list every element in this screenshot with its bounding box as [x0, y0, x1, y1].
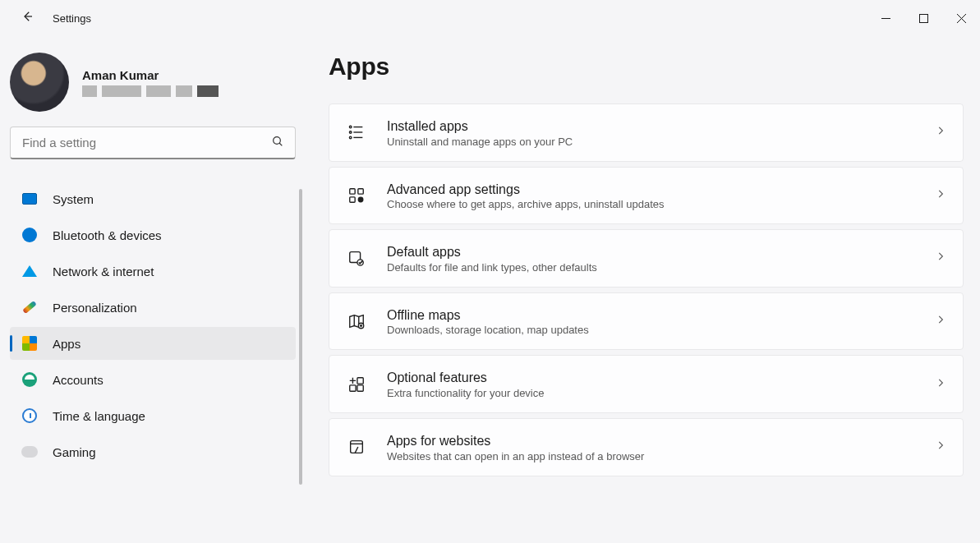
card-subtitle: Uninstall and manage apps on your PC: [387, 136, 935, 148]
card-apps-for-websites[interactable]: Apps for websites Websites that can open…: [329, 418, 964, 476]
sidebar-item-apps[interactable]: Apps: [10, 327, 296, 360]
card-title: Offline maps: [387, 306, 935, 324]
window-title: Settings: [53, 12, 91, 25]
chevron-right-icon: [935, 377, 946, 392]
close-button[interactable]: [942, 5, 980, 31]
svg-point-4: [349, 136, 352, 139]
apps-for-websites-icon: [346, 436, 367, 458]
svg-point-8: [358, 197, 363, 202]
title-bar: Settings: [0, 0, 980, 36]
default-apps-icon: [346, 247, 367, 269]
search-box: [10, 127, 296, 159]
svg-rect-12: [357, 377, 363, 383]
card-subtitle: Choose where to get apps, archive apps, …: [387, 198, 935, 210]
minimize-button[interactable]: [867, 5, 904, 31]
card-title: Advanced app settings: [387, 181, 935, 199]
svg-point-3: [349, 131, 352, 134]
sidebar-item-label: Network & internet: [53, 265, 154, 278]
svg-point-2: [349, 127, 352, 129]
svg-rect-5: [350, 189, 355, 194]
profile-name: Aman Kumar: [82, 68, 219, 82]
nav: System Bluetooth & devices Network & int…: [10, 182, 304, 468]
search-icon[interactable]: [271, 135, 284, 151]
card-title: Installed apps: [387, 117, 935, 136]
card-subtitle: Defaults for file and link types, other …: [387, 261, 935, 274]
card-installed-apps[interactable]: Installed apps Uninstall and manage apps…: [329, 104, 964, 162]
maximize-button[interactable]: [904, 5, 942, 31]
page-title: Apps: [329, 53, 964, 81]
avatar: [10, 53, 69, 112]
maximize-icon: [919, 14, 928, 23]
scrollbar[interactable]: [299, 189, 302, 485]
search-input[interactable]: [10, 127, 296, 159]
card-subtitle: Extra functionality for your device: [387, 387, 935, 399]
bluetooth-icon: [21, 227, 38, 243]
profile-block[interactable]: Aman Kumar: [10, 46, 304, 127]
chevron-right-icon: [935, 439, 946, 454]
svg-rect-0: [919, 14, 927, 22]
installed-apps-icon: [346, 122, 367, 143]
window-controls: [867, 5, 980, 31]
profile-email-redacted: [82, 85, 219, 97]
optional-features-icon: [346, 374, 367, 395]
card-offline-maps[interactable]: Offline maps Downloads, storage location…: [329, 292, 964, 351]
minimize-icon: [881, 14, 890, 23]
brush-icon: [21, 299, 38, 315]
close-icon: [957, 14, 966, 23]
sidebar-item-label: Bluetooth & devices: [53, 228, 162, 242]
sidebar-item-network[interactable]: Network & internet: [10, 255, 296, 288]
sidebar-item-accounts[interactable]: Accounts: [10, 363, 296, 396]
card-default-apps[interactable]: Default apps Defaults for file and link …: [329, 229, 964, 288]
sidebar-item-bluetooth[interactable]: Bluetooth & devices: [10, 219, 296, 251]
card-subtitle: Downloads, storage location, map updates: [387, 324, 935, 336]
sidebar-item-label: Apps: [53, 337, 81, 351]
svg-rect-13: [350, 385, 356, 391]
chevron-right-icon: [935, 125, 946, 140]
system-icon: [21, 191, 38, 207]
apps-icon: [21, 335, 38, 352]
advanced-settings-icon: [346, 185, 367, 206]
card-title: Apps for websites: [387, 432, 935, 450]
card-title: Default apps: [387, 243, 935, 261]
sidebar-item-system[interactable]: System: [10, 182, 296, 215]
arrow-left-icon: [20, 9, 35, 24]
sidebar-item-label: Personalization: [53, 301, 137, 315]
main-content: Apps Installed apps Uninstall and manage…: [304, 36, 980, 543]
sidebar-item-label: System: [53, 192, 94, 206]
card-subtitle: Websites that can open in an app instead…: [387, 450, 935, 462]
back-button[interactable]: [16, 6, 38, 30]
svg-rect-7: [350, 197, 355, 202]
chevron-right-icon: [935, 251, 946, 265]
svg-rect-14: [357, 385, 363, 391]
sidebar-item-gaming[interactable]: Gaming: [10, 435, 296, 468]
chevron-right-icon: [935, 188, 946, 203]
sidebar-item-personalization[interactable]: Personalization: [10, 291, 296, 324]
sidebar-item-time-language[interactable]: Time & language: [10, 399, 296, 432]
sidebar-item-label: Time & language: [53, 409, 145, 423]
clock-icon: [21, 407, 38, 424]
accounts-icon: [21, 371, 38, 388]
sidebar-item-label: Accounts: [53, 373, 104, 387]
chevron-right-icon: [935, 314, 946, 329]
sidebar: Aman Kumar System Bluetooth & devices: [0, 36, 304, 543]
sidebar-item-label: Gaming: [53, 445, 96, 459]
gamepad-icon: [21, 444, 38, 460]
card-title: Optional features: [387, 369, 935, 387]
svg-rect-6: [358, 189, 363, 194]
card-optional-features[interactable]: Optional features Extra functionality fo…: [329, 355, 964, 413]
wifi-icon: [21, 263, 38, 279]
card-advanced-app-settings[interactable]: Advanced app settings Choose where to ge…: [329, 167, 964, 225]
map-icon: [346, 311, 367, 332]
